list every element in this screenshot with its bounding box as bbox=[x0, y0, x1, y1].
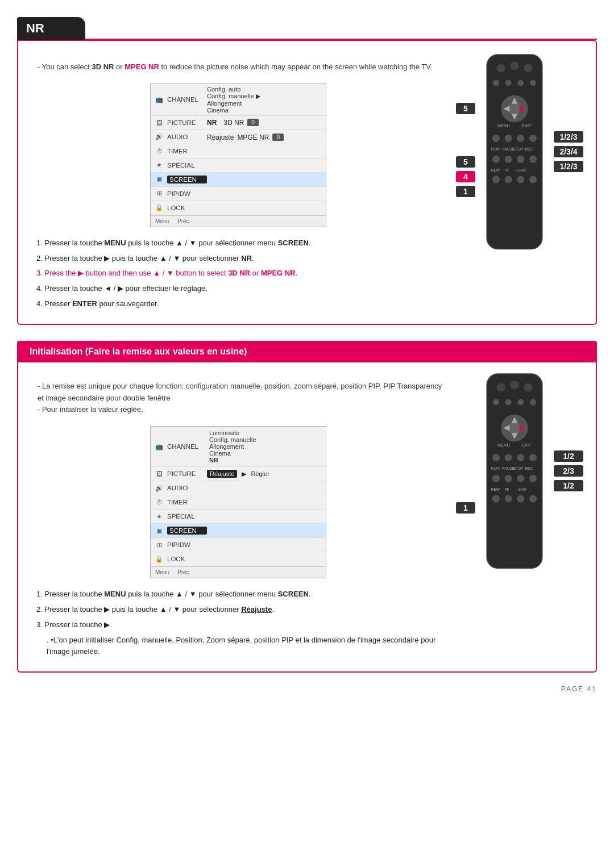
init-note-1: - La remise est unique pour chaque fonct… bbox=[38, 381, 446, 404]
init-menu-row-special: ★ SPÉCIAL bbox=[151, 510, 326, 524]
svg-point-39 bbox=[493, 399, 499, 405]
page-number: PAGE 41 bbox=[17, 685, 597, 693]
init-special-icon: ★ bbox=[154, 511, 164, 521]
svg-text:PLAY: PLAY bbox=[491, 466, 501, 470]
menu-label-special: SPÉCIAL bbox=[167, 162, 207, 169]
init-menu-label-lock: LOCK bbox=[167, 556, 207, 562]
init-menu-config-manuelle: Config. manuelle bbox=[209, 436, 320, 443]
init-menu-cinema: Cinema bbox=[209, 450, 320, 457]
svg-point-7 bbox=[530, 80, 536, 86]
svg-point-44 bbox=[508, 422, 521, 434]
nr-main-content: - You can select 3D NR or MPEG NR to red… bbox=[31, 53, 446, 314]
timer-icon: ⏱ bbox=[154, 146, 164, 156]
svg-point-33 bbox=[517, 176, 524, 183]
init-menu-label-audio: AUDIO bbox=[167, 485, 207, 491]
menu-label-screen: SCREEN bbox=[167, 176, 207, 183]
svg-point-6 bbox=[517, 80, 524, 86]
menu-footer-menu: Menu bbox=[155, 218, 169, 224]
init-badge-12-2: 1/2 bbox=[554, 480, 583, 491]
svg-point-42 bbox=[530, 399, 536, 405]
badge-123-1: 1/2/3 bbox=[554, 131, 583, 143]
svg-text:EXIT: EXIT bbox=[522, 123, 532, 128]
init-remote-area: 1 bbox=[456, 373, 583, 570]
init-notes: - La remise est unique pour chaque fonct… bbox=[38, 381, 446, 416]
svg-point-51 bbox=[492, 454, 500, 461]
init-right-badges: 1/2 2/3 1/2 bbox=[554, 450, 583, 491]
init-menu-footer: Menu Préc. bbox=[151, 566, 326, 578]
svg-text:REW: REW bbox=[491, 487, 500, 491]
nr-menu-box: 📺 CHANNEL Config. auto Config. manuelle … bbox=[150, 84, 326, 227]
lock-icon: 🔒 bbox=[154, 203, 164, 213]
init-menu-allongement: Allongement bbox=[209, 443, 320, 450]
menu-item-nr: NR bbox=[207, 119, 217, 127]
svg-text:EXIT: EXIT bbox=[522, 443, 532, 448]
nr-content-with-remote: - You can select 3D NR or MPEG NR to red… bbox=[31, 53, 583, 314]
instruction-3: Press the ▶ button and then use ▲ / ▼ bu… bbox=[36, 268, 446, 279]
init-menu-box: 📺 CHANNEL Luminosite Config. manuelle Al… bbox=[150, 426, 326, 578]
init-menu-row-lock: 🔒 LOCK bbox=[151, 552, 326, 566]
nr-section: NR - You can select 3D NR or MPEG NR to … bbox=[17, 17, 597, 325]
instruction-4a: Presser la touche ◄ / ▶ pour effectuer l… bbox=[36, 283, 446, 295]
init-menu-label-timer: TIMER bbox=[167, 499, 207, 506]
svg-text:—SKIP: —SKIP bbox=[515, 487, 526, 491]
init-menu-footer-prec: Préc. bbox=[177, 569, 190, 575]
pipdw-icon: ⊞ bbox=[154, 189, 164, 199]
init-channel-icon: 📺 bbox=[154, 441, 164, 452]
svg-point-31 bbox=[492, 176, 500, 183]
menu-label-audio: AUDIO bbox=[167, 133, 207, 140]
init-badge-23: 2/3 bbox=[554, 465, 583, 477]
menu-item-mpgenr: MPGE NR bbox=[237, 133, 269, 141]
nr-remote-with-badges: 5 5 4 1 bbox=[456, 53, 583, 251]
badge-123-2: 1/2/3 bbox=[554, 161, 583, 172]
svg-point-16 bbox=[492, 135, 500, 142]
init-screen-icon: ▣ bbox=[154, 525, 164, 536]
badge-5-top: 5 bbox=[456, 103, 475, 114]
remote-svg-nr: MENU EXIT PLAY PAUSE STOP REC bbox=[478, 53, 551, 251]
svg-point-25 bbox=[505, 156, 512, 163]
menu-row-channel: 📺 CHANNEL Config. auto Config. manuelle … bbox=[151, 84, 326, 116]
init-pipdw-icon: ⊞ bbox=[154, 540, 164, 550]
init-timer-icon: ⏱ bbox=[154, 497, 164, 507]
svg-point-5 bbox=[505, 80, 512, 86]
svg-point-37 bbox=[510, 381, 518, 389]
menu-label-picture: PICTURE bbox=[167, 119, 207, 126]
menu-label-timer: TIMER bbox=[167, 148, 207, 155]
mpgenr-value-0: 0 bbox=[272, 133, 284, 141]
svg-point-32 bbox=[505, 176, 512, 183]
svg-point-61 bbox=[517, 475, 524, 482]
menu-label-channel: CHANNEL bbox=[167, 96, 207, 103]
svg-point-24 bbox=[492, 156, 500, 163]
svg-point-38 bbox=[524, 383, 532, 391]
svg-point-27 bbox=[529, 156, 537, 163]
init-menu-row-timer: ⏱ TIMER bbox=[151, 495, 326, 510]
nr-instructions: Presser la touche MENU puis la touche ▲ … bbox=[36, 237, 446, 310]
svg-point-9 bbox=[508, 103, 521, 115]
init-instruction-2: Presser la touche ▶ puis la touche ▲ / ▼… bbox=[36, 604, 446, 616]
remote-svg-init: MENU EXIT PLAY PAUSE STOP REC bbox=[478, 373, 551, 570]
init-menu-label-channel: CHANNEL bbox=[167, 443, 207, 450]
svg-point-52 bbox=[505, 454, 512, 461]
svg-point-67 bbox=[505, 495, 512, 502]
menu-label-pipdw: PIP/DW bbox=[167, 190, 207, 197]
reajuste-arrow: ▶ bbox=[242, 470, 246, 478]
svg-point-40 bbox=[505, 399, 512, 405]
svg-point-59 bbox=[492, 475, 500, 482]
svg-point-34 bbox=[529, 176, 537, 183]
init-menu-row-audio: 🔊 AUDIO bbox=[151, 481, 326, 495]
svg-text:FF: FF bbox=[505, 168, 509, 172]
init-left-badges: 1 bbox=[456, 425, 475, 517]
svg-text:STOP: STOP bbox=[513, 466, 524, 470]
init-lock-icon: 🔒 bbox=[154, 554, 164, 564]
init-menu-row-screen: ▣ SCREEN bbox=[151, 524, 326, 538]
special-icon: ★ bbox=[154, 160, 164, 170]
init-section: Initialisation (Faire la remise aux vale… bbox=[17, 341, 597, 673]
menu-footer-prec: Préc. bbox=[177, 218, 190, 224]
menu-item-config-manuelle: Config. manuelle ▶ bbox=[207, 93, 322, 100]
svg-text:STOP: STOP bbox=[513, 147, 524, 151]
badge-1: 1 bbox=[456, 186, 475, 197]
init-menu-label-pipdw: PIP/DW bbox=[167, 541, 207, 548]
menu-item-config-auto: Config. auto bbox=[207, 86, 322, 93]
init-picture-icon: 🖼 bbox=[154, 469, 164, 479]
init-menu-row-picture: 🖼 PICTURE Réajuste ▶ Régler bbox=[151, 467, 326, 481]
init-instructions: Presser la touche MENU puis la touche ▲ … bbox=[36, 589, 446, 658]
